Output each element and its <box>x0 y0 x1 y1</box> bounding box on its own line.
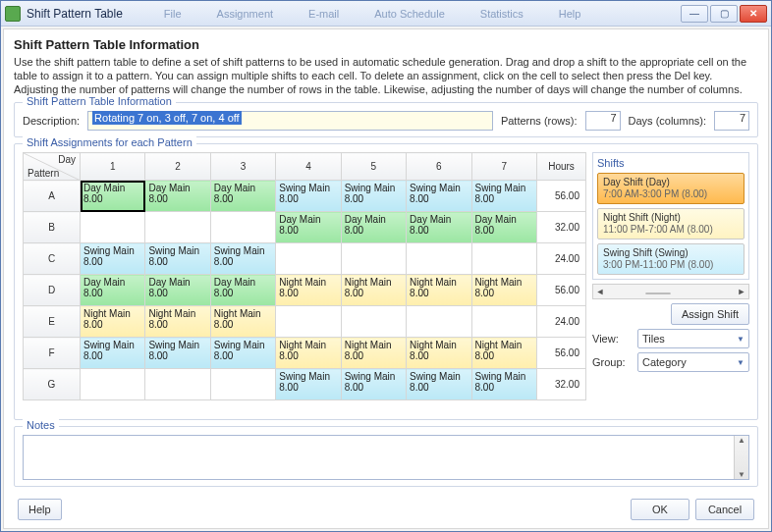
pattern-cell[interactable]: Night Main8.00 <box>407 275 471 306</box>
close-button[interactable]: ✕ <box>740 5 767 23</box>
pattern-cell[interactable]: Swing Main8.00 <box>210 338 275 369</box>
pattern-cell[interactable]: Night Main8.00 <box>276 275 341 306</box>
pattern-cell[interactable]: Swing Main8.00 <box>341 369 406 400</box>
pattern-row-header[interactable]: E <box>24 306 81 338</box>
pattern-cell-empty[interactable] <box>341 243 406 275</box>
pattern-cell-empty[interactable] <box>407 306 471 338</box>
pattern-cell-empty[interactable] <box>81 369 145 400</box>
pattern-row-header[interactable]: G <box>24 369 81 400</box>
pattern-cell-empty[interactable] <box>341 306 406 338</box>
hours-header: Hours <box>537 153 586 181</box>
pattern-row-header[interactable]: F <box>24 338 81 369</box>
pattern-table-area: DayPattern1234567HoursADay Main8.00Day M… <box>23 152 586 413</box>
pattern-cell[interactable]: Swing Main8.00 <box>341 181 406 212</box>
pattern-cell-empty[interactable] <box>471 306 536 338</box>
pattern-cell[interactable]: Swing Main8.00 <box>81 338 145 369</box>
group-label: Group: <box>592 356 632 368</box>
pattern-row-header[interactable]: C <box>24 243 81 275</box>
pattern-cell-empty[interactable] <box>471 243 536 275</box>
row-hours: 24.00 <box>537 243 586 275</box>
day-header[interactable]: 6 <box>407 153 471 181</box>
pattern-cell[interactable]: Day Main8.00 <box>81 275 145 306</box>
shift-item[interactable]: Day Shift (Day)7:00 AM-3:00 PM (8.00) <box>597 173 744 204</box>
pattern-table[interactable]: DayPattern1234567HoursADay Main8.00Day M… <box>23 152 586 400</box>
days-label: Days (columns): <box>629 115 706 127</box>
pattern-cell[interactable]: Night Main8.00 <box>407 338 471 369</box>
shifts-box: Shifts Day Shift (Day)7:00 AM-3:00 PM (8… <box>592 152 749 280</box>
patterns-input[interactable]: 7 <box>585 111 621 131</box>
menu-hint: Assignment <box>217 8 273 20</box>
pattern-cell[interactable]: Swing Main8.00 <box>471 181 536 212</box>
row-hours: 24.00 <box>537 306 586 338</box>
cancel-button[interactable]: Cancel <box>695 499 754 520</box>
pattern-cell[interactable]: Night Main8.00 <box>81 306 145 338</box>
pattern-row-header[interactable]: A <box>24 181 81 212</box>
help-button[interactable]: Help <box>18 499 62 520</box>
day-header[interactable]: 1 <box>81 153 145 181</box>
pattern-cell-empty[interactable] <box>276 306 341 338</box>
titlebar[interactable]: Shift Pattern Table FileAssignmentE-mail… <box>1 1 771 27</box>
minimize-button[interactable]: — <box>681 5 708 23</box>
scroll-right-icon[interactable]: ► <box>735 287 748 296</box>
pattern-cell[interactable]: Swing Main8.00 <box>276 181 341 212</box>
row-hours: 32.00 <box>537 212 586 243</box>
pattern-cell[interactable]: Swing Main8.00 <box>471 369 536 400</box>
scroll-left-icon[interactable]: ◄ <box>593 287 607 296</box>
pattern-cell[interactable]: Day Main8.00 <box>341 212 406 243</box>
assign-shift-button[interactable]: Assign Shift <box>671 303 749 325</box>
pattern-cell-empty[interactable] <box>210 369 275 400</box>
pattern-cell[interactable]: Swing Main8.00 <box>407 369 471 400</box>
day-header[interactable]: 7 <box>471 153 536 181</box>
pattern-cell[interactable]: Night Main8.00 <box>471 338 536 369</box>
side-panel: Shifts Day Shift (Day)7:00 AM-3:00 PM (8… <box>592 152 749 413</box>
pattern-cell[interactable]: Swing Main8.00 <box>145 243 210 275</box>
view-label: View: <box>592 333 632 345</box>
pattern-cell-empty[interactable] <box>276 243 341 275</box>
days-input[interactable]: 7 <box>714 111 749 131</box>
pattern-cell-empty[interactable] <box>407 243 471 275</box>
maximize-button[interactable]: ▢ <box>710 5 738 23</box>
pattern-cell[interactable]: Swing Main8.00 <box>210 243 275 275</box>
scroll-thumb[interactable] <box>645 293 671 294</box>
shifts-hscrollbar[interactable]: ◄ ► <box>592 284 749 299</box>
chevron-down-icon: ▼ <box>737 335 744 344</box>
pattern-cell[interactable]: Night Main8.00 <box>341 275 406 306</box>
view-combo[interactable]: Tiles▼ <box>637 329 749 348</box>
pattern-cell[interactable]: Swing Main8.00 <box>276 369 341 400</box>
pattern-cell[interactable]: Day Main8.00 <box>407 212 471 243</box>
shift-item[interactable]: Night Shift (Night)11:00 PM-7:00 AM (8.0… <box>597 208 744 239</box>
notes-textarea[interactable]: ▲▼ <box>23 435 749 480</box>
group-combo[interactable]: Category▼ <box>637 352 749 372</box>
day-header[interactable]: 5 <box>341 153 406 181</box>
pattern-cell-empty[interactable] <box>210 212 275 243</box>
pattern-row-header[interactable]: D <box>24 275 81 306</box>
pattern-cell[interactable]: Night Main8.00 <box>471 275 536 306</box>
pattern-row-header[interactable]: B <box>24 212 81 243</box>
pattern-cell-empty[interactable] <box>145 212 210 243</box>
pattern-cell[interactable]: Night Main8.00 <box>276 338 341 369</box>
shift-item[interactable]: Swing Shift (Swing)3:00 PM-11:00 PM (8.0… <box>597 243 744 275</box>
day-header[interactable]: 4 <box>276 153 341 181</box>
pattern-cell[interactable]: Day Main8.00 <box>471 212 536 243</box>
pattern-cell[interactable]: Swing Main8.00 <box>145 338 210 369</box>
day-header[interactable]: 3 <box>210 153 275 181</box>
pattern-cell[interactable]: Day Main8.00 <box>210 181 275 212</box>
pattern-cell[interactable]: Swing Main8.00 <box>81 243 145 275</box>
pattern-cell[interactable]: Night Main8.00 <box>210 306 275 338</box>
pattern-cell-empty[interactable] <box>81 212 145 243</box>
notes-vscrollbar[interactable]: ▲▼ <box>734 436 748 479</box>
pattern-cell[interactable]: Day Main8.00 <box>81 181 145 212</box>
pattern-cell[interactable]: Swing Main8.00 <box>407 181 471 212</box>
description-label: Description: <box>23 115 80 127</box>
ok-button[interactable]: OK <box>631 499 689 520</box>
pattern-cell[interactable]: Night Main8.00 <box>145 306 210 338</box>
row-hours: 56.00 <box>537 275 586 306</box>
pattern-cell[interactable]: Day Main8.00 <box>210 275 275 306</box>
pattern-cell[interactable]: Night Main8.00 <box>341 338 406 369</box>
pattern-cell-empty[interactable] <box>145 369 210 400</box>
pattern-cell[interactable]: Day Main8.00 <box>145 275 210 306</box>
description-input[interactable]: Rotating 7 on, 3 off, 7 on, 4 off <box>87 111 493 131</box>
pattern-cell[interactable]: Day Main8.00 <box>145 181 210 212</box>
pattern-cell[interactable]: Day Main8.00 <box>276 212 341 243</box>
day-header[interactable]: 2 <box>145 153 210 181</box>
